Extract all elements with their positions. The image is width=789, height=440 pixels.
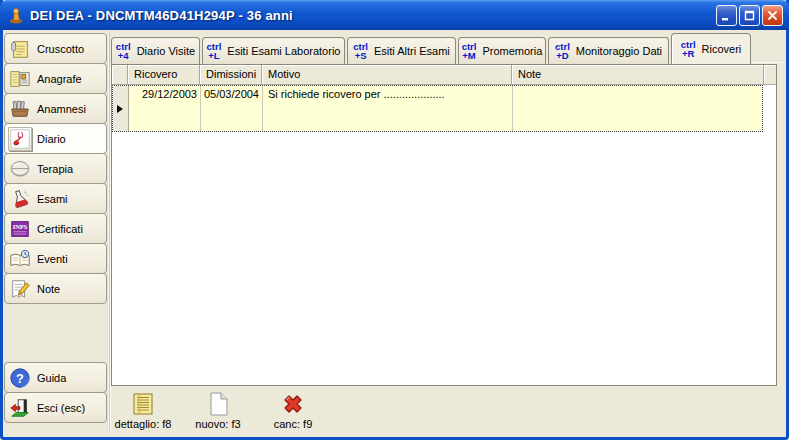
- canc-button[interactable]: canc: f9: [262, 391, 324, 430]
- detail-document-icon: [130, 391, 156, 417]
- tab-label: Ricoveri: [702, 43, 742, 55]
- column-header-filler: [764, 65, 776, 85]
- tab-label: Esiti Esami Laboratorio: [227, 45, 340, 57]
- card-file-box-icon: [8, 97, 32, 121]
- new-page-icon: [205, 391, 231, 417]
- column-header-ricovero[interactable]: Ricovero: [128, 65, 200, 85]
- person-figure-icon: [8, 7, 25, 24]
- tab-label: Promemoria: [482, 45, 542, 57]
- maximize-button[interactable]: [739, 5, 760, 26]
- sidebar-item-guida[interactable]: ? Guida: [4, 362, 107, 393]
- cell-dimissioni[interactable]: 05/03/2004: [201, 86, 263, 131]
- sidebar-item-label: Eventi: [37, 253, 68, 265]
- svg-text:INPS: INPS: [13, 223, 28, 230]
- sidebar-item-esci[interactable]: Esci (esc): [4, 392, 107, 423]
- delete-x-icon: [280, 391, 306, 417]
- inps-stamp-icon: INPS: [8, 217, 32, 241]
- cell-note[interactable]: [513, 86, 762, 131]
- sidebar-item-label: Cruscotto: [37, 43, 84, 55]
- close-icon: [767, 10, 778, 21]
- svg-text:?: ?: [16, 370, 24, 385]
- table-header-row: Ricovero Dimissioni Motivo Note: [112, 65, 776, 85]
- sidebar-item-certificati[interactable]: INPS Certificati: [4, 213, 107, 244]
- minimize-button[interactable]: [716, 5, 737, 26]
- maximize-icon: [744, 10, 755, 21]
- tab-label: Esiti Altri Esami: [374, 45, 450, 57]
- shortcut-label: ctrl+L: [207, 42, 222, 61]
- tab-label: Monitoraggio Dati: [576, 45, 662, 57]
- sidebar-item-label: Guida: [37, 372, 66, 384]
- window-title: DEI DEA - DNCMTM46D41H294P - 36 anni: [30, 8, 293, 23]
- clipboard-icon: [8, 37, 32, 61]
- sidebar-item-eventi[interactable]: Eventi: [4, 243, 107, 274]
- cell-motivo[interactable]: Si richiede ricovero per ...............…: [263, 86, 513, 131]
- shortcut-label: ctrl+M: [462, 42, 477, 61]
- toolbar-label: canc: f9: [274, 418, 313, 430]
- bottom-toolbar: dettaglio: f8 nuovo: f3 canc: f9: [112, 391, 324, 430]
- sidebar-item-label: Anamnesi: [37, 103, 86, 115]
- sidebar-item-label: Anagrafe: [37, 73, 82, 85]
- sidebar-item-terapia[interactable]: Terapia: [4, 153, 107, 184]
- tab-promemoria[interactable]: ctrl+M Promemoria: [458, 37, 546, 64]
- tab-esiti-esami-laboratorio[interactable]: ctrl+L Esiti Esami Laboratorio: [202, 37, 345, 64]
- tab-esiti-altri-esami[interactable]: ctrl+S Esiti Altri Esami: [347, 37, 456, 64]
- sidebar-item-label: Note: [37, 283, 60, 295]
- sidebar-item-label: Esami: [37, 193, 68, 205]
- lab-flask-icon: [8, 187, 32, 211]
- sidebar-item-cruscotto[interactable]: Cruscotto: [4, 33, 107, 64]
- shortcut-label: ctrl+D: [555, 42, 570, 61]
- help-question-icon: ?: [8, 366, 32, 390]
- sidebar-footer: ? Guida Esci (esc): [4, 362, 107, 423]
- tab-label: Diario Visite: [137, 45, 196, 57]
- table-row[interactable]: 29/12/2003 05/03/2004 Si richiede ricove…: [112, 85, 763, 132]
- sidebar-item-label: Diario: [37, 133, 66, 145]
- toolbar-label: nuovo: f3: [195, 418, 240, 430]
- titlebar: DEI DEA - DNCMTM46D41H294P - 36 anni: [0, 0, 789, 30]
- toolbar-label: dettaglio: f8: [115, 418, 172, 430]
- open-book-clock-icon: [8, 247, 32, 271]
- tab-strip: ctrl+4 Diario Visite ctrl+L Esiti Esami …: [111, 33, 753, 64]
- minimize-icon: [721, 10, 732, 21]
- id-cards-icon: [8, 67, 32, 91]
- stethoscope-icon: [8, 127, 32, 151]
- pill-tablet-icon: [8, 157, 32, 181]
- close-button[interactable]: [762, 5, 783, 26]
- sidebar-item-esami[interactable]: Esami: [4, 183, 107, 214]
- ricoveri-table: Ricovero Dimissioni Motivo Note 29/12/20…: [111, 64, 777, 386]
- note-pencil-icon: [8, 277, 32, 301]
- shortcut-label: ctrl+S: [353, 42, 368, 61]
- cell-ricovero[interactable]: 29/12/2003: [129, 86, 201, 131]
- row-selector-header: [112, 65, 128, 85]
- sidebar-item-anamnesi[interactable]: Anamnesi: [4, 93, 107, 124]
- sidebar-item-diario[interactable]: Diario: [4, 123, 107, 154]
- sidebar-item-label: Certificati: [37, 223, 83, 235]
- sidebar-item-label: Esci (esc): [37, 402, 85, 414]
- sidebar-nav: Cruscotto Anagrafe Anamnesi Diario Terap…: [4, 33, 107, 304]
- sidebar-item-label: Terapia: [37, 163, 73, 175]
- tab-ricoveri[interactable]: ctrl+R Ricoveri: [671, 33, 751, 64]
- tab-monitoraggio-dati[interactable]: ctrl+D Monitoraggio Dati: [548, 37, 669, 64]
- column-header-note[interactable]: Note: [512, 65, 764, 85]
- exit-door-icon: [8, 396, 32, 420]
- shortcut-label: ctrl+R: [681, 40, 696, 59]
- column-header-motivo[interactable]: Motivo: [262, 65, 512, 85]
- sidebar-item-note[interactable]: Note: [4, 273, 107, 304]
- column-header-dimissioni[interactable]: Dimissioni: [200, 65, 262, 85]
- window-controls: [716, 5, 783, 26]
- shortcut-label: ctrl+4: [116, 42, 131, 61]
- current-row-arrow-icon: [117, 105, 123, 113]
- dettaglio-button[interactable]: dettaglio: f8: [112, 391, 174, 430]
- sidebar-item-anagrafe[interactable]: Anagrafe: [4, 63, 107, 94]
- row-selector-cell[interactable]: [113, 86, 129, 131]
- nuovo-button[interactable]: nuovo: f3: [187, 391, 249, 430]
- tab-diario-visite[interactable]: ctrl+4 Diario Visite: [111, 37, 200, 64]
